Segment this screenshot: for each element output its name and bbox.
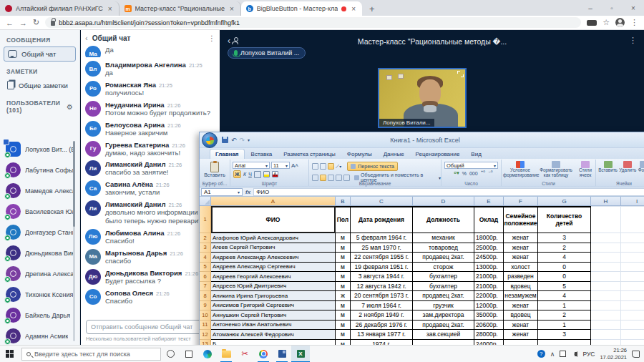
spreadsheet-cell[interactable]: вдовец: [504, 282, 538, 292]
row-header[interactable]: 7: [200, 282, 211, 292]
user-list-item[interactable]: Мамедов Алекса...: [0, 180, 74, 201]
ribbon-tab[interactable]: Вид: [466, 150, 486, 159]
ribbon-tab[interactable]: Данные: [379, 150, 409, 159]
file-explorer-button[interactable]: [217, 346, 235, 362]
insert-cells-button[interactable]: Вставить: [598, 161, 618, 173]
task-view-button[interactable]: [180, 346, 198, 362]
spreadsheet-cell[interactable]: Семейное положение: [504, 206, 538, 233]
align-middle-icon[interactable]: [320, 163, 326, 170]
paste-button[interactable]: Вставить: [200, 160, 230, 177]
user-list-item[interactable]: Дюньдикова Викт...: [0, 243, 74, 263]
spreadsheet-cell[interactable]: 12000р.: [474, 301, 504, 311]
align-center-icon[interactable]: [320, 175, 326, 181]
fill-color-icon[interactable]: [263, 171, 270, 177]
spreadsheet-cell[interactable]: [621, 291, 644, 301]
tab-close-icon[interactable]: ×: [107, 5, 114, 13]
spreadsheet-cell[interactable]: Андреев Георгий Алексеевич: [211, 272, 336, 282]
user-list-item[interactable]: Адамян Асмик: [0, 326, 74, 345]
browser-tab[interactable]: mМастер-класс "Рациональные ×: [119, 1, 241, 16]
spreadsheet-cell[interactable]: [621, 253, 644, 263]
spreadsheet-cell[interactable]: [621, 206, 644, 233]
spreadsheet-cell[interactable]: женат: [504, 321, 538, 331]
close-button[interactable]: ×: [623, 4, 644, 12]
spreadsheet-cell[interactable]: холост: [504, 263, 538, 273]
borders-icon[interactable]: [254, 171, 261, 178]
language-indicator[interactable]: РУС: [582, 351, 595, 358]
spreadsheet-cell[interactable]: 20600р.: [474, 321, 504, 331]
browser-menu-icon[interactable]: ⋮: [630, 18, 638, 27]
delete-cells-button[interactable]: Удалить: [619, 161, 636, 173]
row-header[interactable]: 10: [200, 310, 211, 321]
cell-styles-button[interactable]: Стили ячеек: [575, 161, 596, 178]
spreadsheet-cell[interactable]: грузчик: [413, 301, 474, 311]
user-list-item[interactable]: Лопухов Вит... (Вы): [0, 139, 74, 160]
ribbon-tab[interactable]: Главная: [210, 149, 245, 159]
new-tab-button[interactable]: +: [362, 4, 382, 16]
column-header[interactable]: C: [351, 197, 413, 206]
spreadsheet-cell[interactable]: женат: [504, 253, 538, 263]
spreadsheet-cell[interactable]: 22000р.: [474, 291, 504, 301]
spreadsheet-cell[interactable]: 0: [538, 263, 591, 273]
user-list-item[interactable]: Тихонюк Ксения: [0, 284, 74, 305]
ribbon-tab[interactable]: Рецензирование: [411, 150, 465, 159]
format-as-table-button[interactable]: Форматировать как таблицу: [537, 161, 575, 178]
italic-button[interactable]: К: [243, 172, 246, 177]
bookmark-star-icon[interactable]: ☆: [602, 18, 610, 27]
spreadsheet-cell[interactable]: [591, 243, 621, 253]
spreadsheet-cell[interactable]: продавец 2кат.: [413, 321, 474, 331]
spreadsheet-cell[interactable]: 7 июля 1964 г.: [351, 301, 413, 311]
sidebar-item-public-chat[interactable]: Общий чат: [4, 47, 76, 62]
spreadsheet-cell[interactable]: Аникина Ирина Григорьевна: [211, 291, 336, 301]
user-list-item[interactable]: Дрепина Алексан...: [0, 263, 74, 284]
spreadsheet-cell[interactable]: м: [336, 233, 351, 243]
spreadsheet-cell[interactable]: 4: [538, 291, 591, 301]
taskbar-search[interactable]: Введите здесь текст для поиска: [21, 348, 161, 361]
spreadsheet-cell[interactable]: 18000р.: [474, 233, 504, 243]
spreadsheet-cell[interactable]: [621, 310, 644, 321]
sidebar-item-shared-notes[interactable]: Общие заметки: [4, 78, 76, 92]
spreadsheet-cell[interactable]: [591, 272, 621, 282]
column-header[interactable]: B: [336, 197, 351, 206]
spreadsheet-cell[interactable]: 2: [538, 310, 591, 321]
spreadsheet-cell[interactable]: 20 сентября 1973 г.: [351, 291, 413, 301]
spreadsheet-cell[interactable]: 19 февраля 1951 г.: [351, 263, 413, 273]
wrap-text-button[interactable]: Перенос текста: [347, 162, 398, 171]
spreadsheet-cell[interactable]: бухгалтер: [413, 272, 474, 282]
spreadsheet-cell[interactable]: Дата рождения: [351, 206, 413, 233]
spreadsheet-cell[interactable]: 12 августа 1942 г.: [351, 282, 413, 292]
tab-close-icon[interactable]: ×: [228, 5, 235, 13]
row-header[interactable]: 2: [200, 233, 211, 243]
spreadsheet-cell[interactable]: сторож: [413, 263, 474, 273]
spreadsheet-cell[interactable]: 22 сентября 1955 г.: [351, 253, 413, 263]
spreadsheet-cell[interactable]: 3: [538, 233, 591, 243]
align-left-icon[interactable]: [312, 175, 318, 181]
column-header[interactable]: I: [621, 197, 644, 206]
action-center-icon[interactable]: [632, 351, 640, 358]
column-header[interactable]: G: [538, 197, 591, 206]
decrease-indent-icon[interactable]: [336, 175, 342, 181]
spreadsheet-cell[interactable]: 5: [538, 282, 591, 292]
spreadsheet-cell[interactable]: женат: [504, 243, 538, 253]
spreadsheet-cell[interactable]: м: [336, 263, 351, 273]
grow-font-icon[interactable]: A˄: [291, 162, 298, 169]
spreadsheet-cell[interactable]: товаровед: [413, 243, 474, 253]
spreadsheet-cell[interactable]: женат: [504, 301, 538, 311]
spreadsheet-grid[interactable]: ABCDEFGHI 1ФИОПолДата рожденияДолжностьО…: [200, 197, 644, 362]
options-menu-icon[interactable]: ⋮: [629, 36, 637, 45]
user-list-item[interactable]: Лабутина Софья: [0, 160, 74, 180]
spreadsheet-cell[interactable]: 1: [538, 301, 591, 311]
spreadsheet-cell[interactable]: Андреев Юрий Дмитриевич: [211, 282, 336, 292]
row-header[interactable]: 1: [200, 206, 211, 233]
spreadsheet-cell[interactable]: Оклад: [474, 206, 504, 233]
spreadsheet-cell[interactable]: 13 января 1977 г.: [351, 330, 413, 340]
spreadsheet-cell[interactable]: м: [336, 310, 351, 321]
spreadsheet-cell[interactable]: разведен: [504, 272, 538, 282]
row-header[interactable]: 6: [200, 272, 211, 282]
spreadsheet-cell[interactable]: м: [336, 253, 351, 263]
fullscreen-icon[interactable]: [457, 71, 464, 77]
snipping-tool-button[interactable]: ✂: [235, 346, 254, 362]
spreadsheet-cell[interactable]: [621, 330, 644, 340]
spreadsheet-cell[interactable]: [591, 291, 621, 301]
user-list-item[interactable]: Василевская Юлия: [0, 201, 74, 222]
spreadsheet-cell[interactable]: 35000р.: [474, 310, 504, 321]
